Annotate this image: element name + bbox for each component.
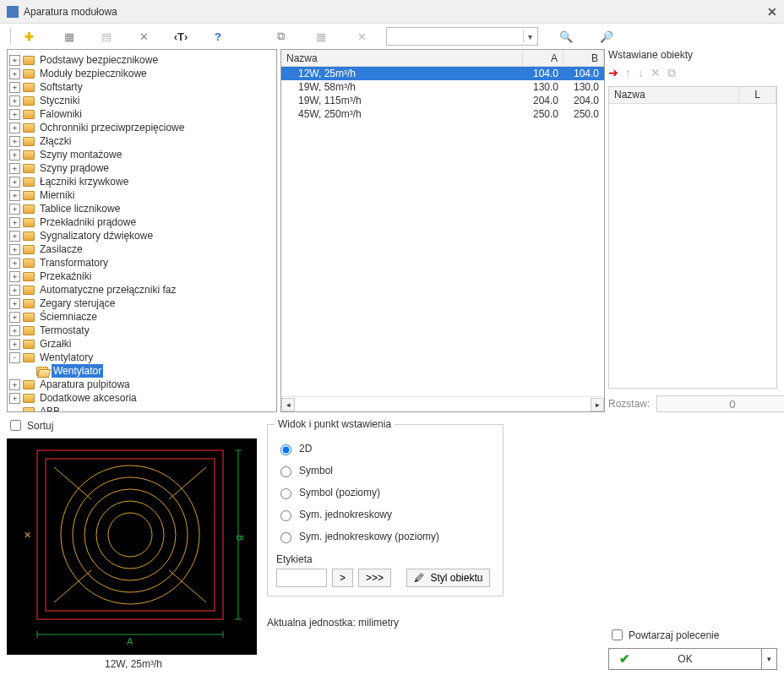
tree-item[interactable]: +Sygnalizatory dźwiękowe — [9, 229, 275, 242]
sort-checkbox-input[interactable] — [10, 420, 21, 431]
repeat-checkbox[interactable]: Powtarzaj polecenie — [608, 627, 777, 643]
expand-icon[interactable]: + — [9, 55, 20, 66]
tree-item[interactable]: +Ściemniacze — [9, 310, 275, 324]
expand-icon[interactable]: + — [9, 95, 20, 106]
collapse-icon[interactable]: - — [9, 352, 20, 363]
tree-item[interactable]: +Softstarty — [9, 80, 275, 94]
tools-icon[interactable]: ✕ — [134, 27, 153, 46]
tree-item[interactable]: +Transformatory — [9, 256, 275, 270]
inserted-col-name[interactable]: Nazwa — [609, 87, 739, 103]
scroll-right-icon[interactable]: ▸ — [591, 398, 604, 411]
view-radio[interactable]: Sym. jednokreskowy — [276, 508, 494, 521]
etykieta-input[interactable] — [276, 569, 327, 587]
expand-icon[interactable]: + — [9, 393, 20, 404]
expand-icon[interactable]: + — [9, 298, 20, 309]
col-a[interactable]: A — [523, 50, 564, 66]
chevron-down-icon[interactable]: ▾ — [523, 30, 536, 43]
props1-icon[interactable]: ▦ — [60, 27, 79, 46]
col-b[interactable]: B — [564, 50, 604, 66]
tree-item[interactable]: ABB — [9, 405, 275, 411]
expand-icon[interactable]: + — [9, 339, 20, 350]
col-name[interactable]: Nazwa — [281, 50, 523, 66]
tree-item[interactable]: -Wentylatory — [9, 351, 275, 364]
tree-item[interactable]: +Styczniki — [9, 94, 275, 107]
view-radio-input[interactable] — [280, 532, 291, 543]
category-tree[interactable]: +Podstawy bezpiecznikowe+Moduły bezpiecz… — [7, 49, 277, 412]
expand-icon[interactable]: + — [9, 325, 20, 336]
tree-item[interactable]: +Szyny montażowe — [9, 148, 275, 161]
tree-item[interactable]: +Szyny prądowe — [9, 161, 275, 175]
tree-item[interactable]: +Tablice licznikowe — [9, 202, 275, 215]
tree-item[interactable]: +Łączniki krzywkowe — [9, 175, 275, 188]
tree-item[interactable]: +Aparatura pulpitowa — [9, 378, 275, 391]
expand-icon[interactable]: + — [9, 285, 20, 296]
expand-icon[interactable]: + — [9, 136, 20, 147]
expand-icon[interactable]: + — [9, 258, 20, 269]
search-icon[interactable]: 🔍 — [557, 27, 575, 46]
props2-icon[interactable]: ▤ — [97, 27, 116, 46]
tree-item[interactable]: +Grzałki — [9, 337, 275, 351]
list-hscroll[interactable]: ◂ ▸ — [281, 396, 604, 411]
arrow-right-icon[interactable]: ➔ — [608, 66, 618, 79]
item-list[interactable]: Nazwa A B 12W, 25m³/h104.0104.019W, 58m³… — [280, 49, 605, 412]
inserted-col-l[interactable]: L — [739, 87, 776, 103]
tree-item[interactable]: +Mierniki — [9, 188, 275, 202]
search-input[interactable] — [386, 27, 538, 46]
ok-button[interactable]: ✔ OK — [608, 648, 762, 670]
expand-icon[interactable]: + — [9, 68, 20, 79]
tree-item[interactable]: Wentylator — [9, 364, 275, 378]
view-radio[interactable]: Symbol (poziomy) — [276, 486, 494, 499]
paste-icon[interactable]: ▦ — [312, 27, 330, 46]
expand-icon[interactable]: + — [9, 150, 20, 161]
tree-item[interactable]: +Złączki — [9, 134, 275, 148]
tree-item[interactable]: +Automatyczne przełączniki faz — [9, 283, 275, 297]
find-icon[interactable]: 🔎 — [597, 27, 616, 46]
tree-item[interactable]: +Termostaty — [9, 324, 275, 337]
expand-icon[interactable]: + — [9, 82, 20, 93]
expand-icon[interactable]: + — [9, 109, 20, 120]
rozstaw-input[interactable] — [656, 395, 784, 412]
tree-item[interactable]: +Zegary sterujące — [9, 297, 275, 310]
view-radio-input[interactable] — [280, 510, 291, 521]
expand-icon[interactable]: + — [9, 204, 20, 215]
tree-item[interactable]: +Przekładniki prądowe — [9, 215, 275, 229]
list-row[interactable]: 19W, 58m³/h130.0130.0 — [281, 80, 604, 94]
view-radio-input[interactable] — [280, 444, 291, 455]
list-row[interactable]: 45W, 250m³/h250.0250.0 — [281, 107, 604, 121]
tree-item[interactable]: +Zasilacze — [9, 242, 275, 256]
ok-dropdown-icon[interactable]: ▾ — [762, 648, 777, 670]
delete-icon[interactable]: ✕ — [352, 27, 371, 46]
expand-icon[interactable]: + — [9, 177, 20, 188]
tree-item[interactable]: +Moduły bezpiecznikowe — [9, 67, 275, 80]
tree-item[interactable]: +Dodatkowe akcesoria — [9, 391, 275, 405]
expand-icon[interactable]: + — [9, 231, 20, 242]
tree-item[interactable]: +Ochronniki przeciwprzepięciowe — [9, 121, 275, 134]
expand-icon[interactable]: + — [9, 312, 20, 323]
expand-icon[interactable]: + — [9, 163, 20, 174]
close-icon[interactable]: ✕ — [767, 5, 777, 19]
inserted-list[interactable]: Nazwa L — [608, 86, 777, 389]
etykieta-gtgt-button[interactable]: >>> — [358, 569, 391, 587]
text-icon[interactable]: ‹T› — [172, 27, 190, 46]
expand-icon[interactable]: + — [9, 271, 20, 282]
expand-icon[interactable]: + — [9, 190, 20, 201]
expand-icon[interactable]: + — [9, 244, 20, 255]
sort-checkbox[interactable]: Sortuj — [7, 417, 260, 433]
view-radio[interactable]: Sym. jednokreskowy (poziomy) — [276, 530, 494, 543]
scroll-left-icon[interactable]: ◂ — [281, 398, 295, 411]
expand-icon[interactable]: + — [9, 217, 20, 228]
view-radio-input[interactable] — [280, 466, 291, 477]
tree-item[interactable]: +Przekaźniki — [9, 270, 275, 283]
tree-item[interactable]: +Falowniki — [9, 107, 275, 121]
repeat-checkbox-input[interactable] — [612, 629, 623, 640]
list-row[interactable]: 12W, 25m³/h104.0104.0 — [281, 67, 604, 80]
styl-obiektu-button[interactable]: 🖉 Styl obiektu — [406, 569, 490, 587]
help-icon[interactable]: ? — [209, 27, 227, 46]
expand-icon[interactable]: + — [9, 123, 20, 133]
add-icon[interactable]: ✚ — [19, 27, 38, 46]
etykieta-gt-button[interactable]: > — [332, 569, 353, 587]
view-radio[interactable]: Symbol — [276, 464, 494, 477]
view-radio-input[interactable] — [280, 488, 291, 499]
expand-icon[interactable]: + — [9, 379, 20, 390]
list-row[interactable]: 19W, 115m³/h204.0204.0 — [281, 94, 604, 107]
